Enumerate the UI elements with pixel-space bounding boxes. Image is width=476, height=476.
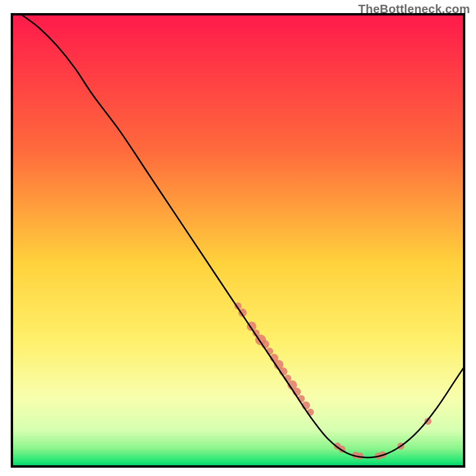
bottleneck-chart bbox=[0, 0, 476, 476]
chart-container: TheBottleneck.com bbox=[0, 0, 476, 476]
watermark-text: TheBottleneck.com bbox=[358, 2, 470, 16]
plot-background bbox=[12, 14, 464, 466]
